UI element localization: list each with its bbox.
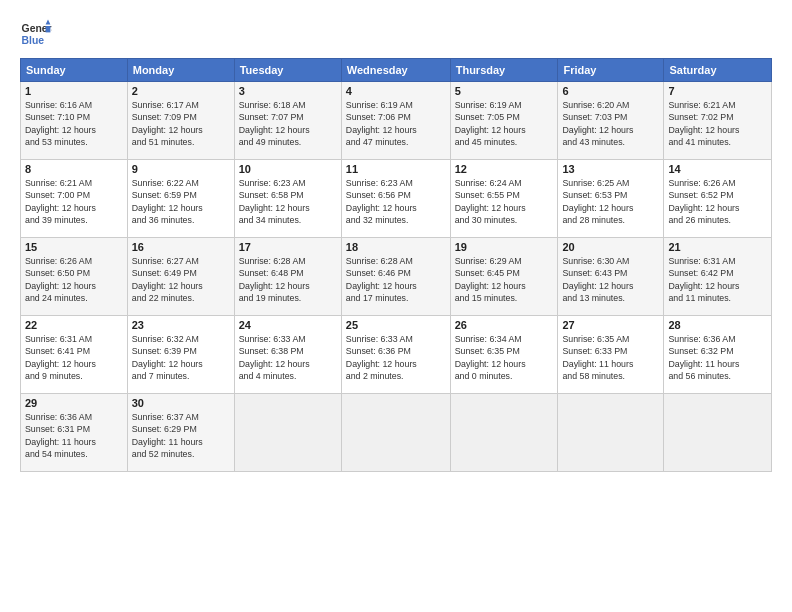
day-info: Sunrise: 6:31 AMSunset: 6:41 PMDaylight:… [25,334,96,381]
day-info: Sunrise: 6:27 AMSunset: 6:49 PMDaylight:… [132,256,203,303]
logo: General Blue [20,18,52,50]
day-info: Sunrise: 6:30 AMSunset: 6:43 PMDaylight:… [562,256,633,303]
day-number: 22 [25,319,123,331]
day-number: 5 [455,85,554,97]
calendar-cell [664,394,772,472]
day-number: 11 [346,163,446,175]
calendar-cell: 22 Sunrise: 6:31 AMSunset: 6:41 PMDaylig… [21,316,128,394]
calendar-cell: 27 Sunrise: 6:35 AMSunset: 6:33 PMDaylig… [558,316,664,394]
calendar-cell: 25 Sunrise: 6:33 AMSunset: 6:36 PMDaylig… [341,316,450,394]
calendar-cell: 2 Sunrise: 6:17 AMSunset: 7:09 PMDayligh… [127,82,234,160]
calendar-week-row: 15 Sunrise: 6:26 AMSunset: 6:50 PMDaylig… [21,238,772,316]
calendar-cell: 6 Sunrise: 6:20 AMSunset: 7:03 PMDayligh… [558,82,664,160]
day-number: 28 [668,319,767,331]
day-number: 16 [132,241,230,253]
weekday-header-thursday: Thursday [450,59,558,82]
day-number: 13 [562,163,659,175]
day-info: Sunrise: 6:36 AMSunset: 6:31 PMDaylight:… [25,412,96,459]
day-info: Sunrise: 6:32 AMSunset: 6:39 PMDaylight:… [132,334,203,381]
day-info: Sunrise: 6:37 AMSunset: 6:29 PMDaylight:… [132,412,203,459]
calendar-week-row: 8 Sunrise: 6:21 AMSunset: 7:00 PMDayligh… [21,160,772,238]
day-info: Sunrise: 6:21 AMSunset: 7:00 PMDaylight:… [25,178,96,225]
calendar-cell: 14 Sunrise: 6:26 AMSunset: 6:52 PMDaylig… [664,160,772,238]
calendar-cell: 20 Sunrise: 6:30 AMSunset: 6:43 PMDaylig… [558,238,664,316]
calendar-cell [450,394,558,472]
day-info: Sunrise: 6:31 AMSunset: 6:42 PMDaylight:… [668,256,739,303]
day-number: 26 [455,319,554,331]
day-info: Sunrise: 6:24 AMSunset: 6:55 PMDaylight:… [455,178,526,225]
day-info: Sunrise: 6:36 AMSunset: 6:32 PMDaylight:… [668,334,739,381]
day-number: 9 [132,163,230,175]
day-info: Sunrise: 6:16 AMSunset: 7:10 PMDaylight:… [25,100,96,147]
calendar-cell: 30 Sunrise: 6:37 AMSunset: 6:29 PMDaylig… [127,394,234,472]
day-number: 23 [132,319,230,331]
calendar-cell: 3 Sunrise: 6:18 AMSunset: 7:07 PMDayligh… [234,82,341,160]
day-info: Sunrise: 6:28 AMSunset: 6:48 PMDaylight:… [239,256,310,303]
day-number: 1 [25,85,123,97]
calendar-cell: 11 Sunrise: 6:23 AMSunset: 6:56 PMDaylig… [341,160,450,238]
day-number: 21 [668,241,767,253]
day-info: Sunrise: 6:22 AMSunset: 6:59 PMDaylight:… [132,178,203,225]
day-number: 25 [346,319,446,331]
day-number: 8 [25,163,123,175]
day-info: Sunrise: 6:29 AMSunset: 6:45 PMDaylight:… [455,256,526,303]
calendar-cell: 1 Sunrise: 6:16 AMSunset: 7:10 PMDayligh… [21,82,128,160]
calendar-cell [341,394,450,472]
day-info: Sunrise: 6:21 AMSunset: 7:02 PMDaylight:… [668,100,739,147]
page-header: General Blue [20,18,772,50]
day-number: 6 [562,85,659,97]
day-number: 29 [25,397,123,409]
day-number: 27 [562,319,659,331]
calendar-cell: 15 Sunrise: 6:26 AMSunset: 6:50 PMDaylig… [21,238,128,316]
calendar-cell: 24 Sunrise: 6:33 AMSunset: 6:38 PMDaylig… [234,316,341,394]
day-info: Sunrise: 6:28 AMSunset: 6:46 PMDaylight:… [346,256,417,303]
calendar-cell: 26 Sunrise: 6:34 AMSunset: 6:35 PMDaylig… [450,316,558,394]
day-info: Sunrise: 6:33 AMSunset: 6:38 PMDaylight:… [239,334,310,381]
calendar-header-row: SundayMondayTuesdayWednesdayThursdayFrid… [21,59,772,82]
svg-marker-3 [46,26,51,32]
day-number: 17 [239,241,337,253]
calendar-cell: 18 Sunrise: 6:28 AMSunset: 6:46 PMDaylig… [341,238,450,316]
calendar-cell: 28 Sunrise: 6:36 AMSunset: 6:32 PMDaylig… [664,316,772,394]
calendar-cell: 16 Sunrise: 6:27 AMSunset: 6:49 PMDaylig… [127,238,234,316]
weekday-header-friday: Friday [558,59,664,82]
day-number: 3 [239,85,337,97]
calendar-week-row: 29 Sunrise: 6:36 AMSunset: 6:31 PMDaylig… [21,394,772,472]
calendar-week-row: 1 Sunrise: 6:16 AMSunset: 7:10 PMDayligh… [21,82,772,160]
weekday-header-monday: Monday [127,59,234,82]
day-number: 24 [239,319,337,331]
calendar-cell: 8 Sunrise: 6:21 AMSunset: 7:00 PMDayligh… [21,160,128,238]
svg-text:Blue: Blue [22,35,45,46]
calendar-cell: 4 Sunrise: 6:19 AMSunset: 7:06 PMDayligh… [341,82,450,160]
calendar-cell [234,394,341,472]
calendar-week-row: 22 Sunrise: 6:31 AMSunset: 6:41 PMDaylig… [21,316,772,394]
day-number: 19 [455,241,554,253]
day-number: 4 [346,85,446,97]
weekday-header-tuesday: Tuesday [234,59,341,82]
logo-icon: General Blue [20,18,52,50]
day-info: Sunrise: 6:18 AMSunset: 7:07 PMDaylight:… [239,100,310,147]
day-number: 30 [132,397,230,409]
calendar-table: SundayMondayTuesdayWednesdayThursdayFrid… [20,58,772,472]
day-number: 20 [562,241,659,253]
calendar-cell: 10 Sunrise: 6:23 AMSunset: 6:58 PMDaylig… [234,160,341,238]
calendar-cell: 17 Sunrise: 6:28 AMSunset: 6:48 PMDaylig… [234,238,341,316]
weekday-header-saturday: Saturday [664,59,772,82]
calendar-cell: 19 Sunrise: 6:29 AMSunset: 6:45 PMDaylig… [450,238,558,316]
day-info: Sunrise: 6:26 AMSunset: 6:52 PMDaylight:… [668,178,739,225]
day-info: Sunrise: 6:33 AMSunset: 6:36 PMDaylight:… [346,334,417,381]
day-number: 15 [25,241,123,253]
day-number: 18 [346,241,446,253]
day-info: Sunrise: 6:23 AMSunset: 6:56 PMDaylight:… [346,178,417,225]
day-info: Sunrise: 6:35 AMSunset: 6:33 PMDaylight:… [562,334,633,381]
day-number: 10 [239,163,337,175]
weekday-header-sunday: Sunday [21,59,128,82]
calendar-body: 1 Sunrise: 6:16 AMSunset: 7:10 PMDayligh… [21,82,772,472]
calendar-cell: 9 Sunrise: 6:22 AMSunset: 6:59 PMDayligh… [127,160,234,238]
calendar-cell: 13 Sunrise: 6:25 AMSunset: 6:53 PMDaylig… [558,160,664,238]
svg-marker-2 [46,20,51,25]
calendar-cell [558,394,664,472]
day-number: 2 [132,85,230,97]
calendar-cell: 23 Sunrise: 6:32 AMSunset: 6:39 PMDaylig… [127,316,234,394]
day-info: Sunrise: 6:23 AMSunset: 6:58 PMDaylight:… [239,178,310,225]
